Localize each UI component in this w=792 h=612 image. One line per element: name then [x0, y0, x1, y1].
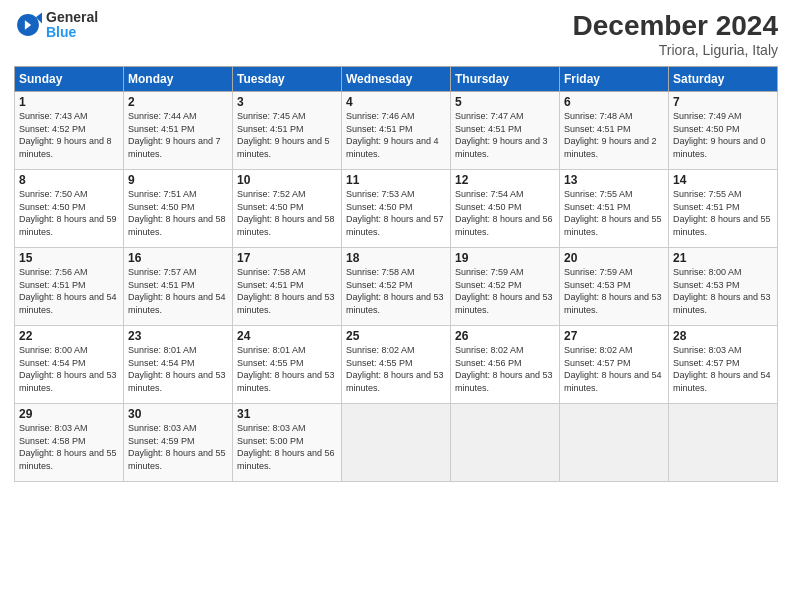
day-detail: Sunrise: 7:46 AMSunset: 4:51 PMDaylight:…: [346, 111, 439, 159]
table-cell: 22Sunrise: 8:00 AMSunset: 4:54 PMDayligh…: [15, 326, 124, 404]
day-number: 23: [128, 329, 228, 343]
col-saturday: Saturday: [669, 67, 778, 92]
table-cell: 12Sunrise: 7:54 AMSunset: 4:50 PMDayligh…: [451, 170, 560, 248]
day-number: 12: [455, 173, 555, 187]
day-detail: Sunrise: 7:50 AMSunset: 4:50 PMDaylight:…: [19, 189, 117, 237]
col-thursday: Thursday: [451, 67, 560, 92]
table-cell: 10Sunrise: 7:52 AMSunset: 4:50 PMDayligh…: [233, 170, 342, 248]
day-detail: Sunrise: 7:52 AMSunset: 4:50 PMDaylight:…: [237, 189, 335, 237]
table-cell: [342, 404, 451, 482]
day-detail: Sunrise: 8:01 AMSunset: 4:55 PMDaylight:…: [237, 345, 335, 393]
location: Triora, Liguria, Italy: [573, 42, 778, 58]
table-cell: 16Sunrise: 7:57 AMSunset: 4:51 PMDayligh…: [124, 248, 233, 326]
day-number: 11: [346, 173, 446, 187]
month-title: December 2024: [573, 10, 778, 42]
table-cell: 2Sunrise: 7:44 AMSunset: 4:51 PMDaylight…: [124, 92, 233, 170]
table-cell: 29Sunrise: 8:03 AMSunset: 4:58 PMDayligh…: [15, 404, 124, 482]
day-detail: Sunrise: 7:48 AMSunset: 4:51 PMDaylight:…: [564, 111, 657, 159]
day-number: 20: [564, 251, 664, 265]
day-detail: Sunrise: 8:03 AMSunset: 4:57 PMDaylight:…: [673, 345, 771, 393]
table-cell: 20Sunrise: 7:59 AMSunset: 4:53 PMDayligh…: [560, 248, 669, 326]
table-cell: 15Sunrise: 7:56 AMSunset: 4:51 PMDayligh…: [15, 248, 124, 326]
day-number: 4: [346, 95, 446, 109]
day-detail: Sunrise: 7:59 AMSunset: 4:53 PMDaylight:…: [564, 267, 662, 315]
day-number: 2: [128, 95, 228, 109]
calendar-table: Sunday Monday Tuesday Wednesday Thursday…: [14, 66, 778, 482]
table-cell: [669, 404, 778, 482]
header-row: Sunday Monday Tuesday Wednesday Thursday…: [15, 67, 778, 92]
day-number: 24: [237, 329, 337, 343]
table-cell: 28Sunrise: 8:03 AMSunset: 4:57 PMDayligh…: [669, 326, 778, 404]
col-monday: Monday: [124, 67, 233, 92]
table-cell: 18Sunrise: 7:58 AMSunset: 4:52 PMDayligh…: [342, 248, 451, 326]
table-cell: 9Sunrise: 7:51 AMSunset: 4:50 PMDaylight…: [124, 170, 233, 248]
page-container: General Blue December 2024 Triora, Ligur…: [0, 0, 792, 492]
day-detail: Sunrise: 7:53 AMSunset: 4:50 PMDaylight:…: [346, 189, 444, 237]
day-detail: Sunrise: 8:01 AMSunset: 4:54 PMDaylight:…: [128, 345, 226, 393]
calendar-row: 22Sunrise: 8:00 AMSunset: 4:54 PMDayligh…: [15, 326, 778, 404]
day-detail: Sunrise: 7:59 AMSunset: 4:52 PMDaylight:…: [455, 267, 553, 315]
day-number: 14: [673, 173, 773, 187]
calendar-row: 8Sunrise: 7:50 AMSunset: 4:50 PMDaylight…: [15, 170, 778, 248]
table-cell: 27Sunrise: 8:02 AMSunset: 4:57 PMDayligh…: [560, 326, 669, 404]
table-cell: 7Sunrise: 7:49 AMSunset: 4:50 PMDaylight…: [669, 92, 778, 170]
day-detail: Sunrise: 8:02 AMSunset: 4:55 PMDaylight:…: [346, 345, 444, 393]
day-detail: Sunrise: 8:02 AMSunset: 4:57 PMDaylight:…: [564, 345, 662, 393]
day-detail: Sunrise: 8:02 AMSunset: 4:56 PMDaylight:…: [455, 345, 553, 393]
calendar-row: 1Sunrise: 7:43 AMSunset: 4:52 PMDaylight…: [15, 92, 778, 170]
table-cell: 4Sunrise: 7:46 AMSunset: 4:51 PMDaylight…: [342, 92, 451, 170]
col-tuesday: Tuesday: [233, 67, 342, 92]
day-number: 3: [237, 95, 337, 109]
day-number: 19: [455, 251, 555, 265]
page-header: General Blue December 2024 Triora, Ligur…: [14, 10, 778, 58]
day-detail: Sunrise: 8:03 AMSunset: 4:59 PMDaylight:…: [128, 423, 226, 471]
title-block: December 2024 Triora, Liguria, Italy: [573, 10, 778, 58]
table-cell: 1Sunrise: 7:43 AMSunset: 4:52 PMDaylight…: [15, 92, 124, 170]
day-number: 18: [346, 251, 446, 265]
table-cell: 31Sunrise: 8:03 AMSunset: 5:00 PMDayligh…: [233, 404, 342, 482]
day-number: 9: [128, 173, 228, 187]
col-sunday: Sunday: [15, 67, 124, 92]
day-number: 7: [673, 95, 773, 109]
day-number: 15: [19, 251, 119, 265]
table-cell: 26Sunrise: 8:02 AMSunset: 4:56 PMDayligh…: [451, 326, 560, 404]
day-detail: Sunrise: 7:58 AMSunset: 4:51 PMDaylight:…: [237, 267, 335, 315]
day-number: 30: [128, 407, 228, 421]
day-detail: Sunrise: 7:51 AMSunset: 4:50 PMDaylight:…: [128, 189, 226, 237]
table-cell: 23Sunrise: 8:01 AMSunset: 4:54 PMDayligh…: [124, 326, 233, 404]
day-detail: Sunrise: 8:00 AMSunset: 4:54 PMDaylight:…: [19, 345, 117, 393]
day-number: 27: [564, 329, 664, 343]
col-friday: Friday: [560, 67, 669, 92]
table-cell: 5Sunrise: 7:47 AMSunset: 4:51 PMDaylight…: [451, 92, 560, 170]
day-detail: Sunrise: 8:03 AMSunset: 5:00 PMDaylight:…: [237, 423, 335, 471]
day-detail: Sunrise: 7:54 AMSunset: 4:50 PMDaylight:…: [455, 189, 553, 237]
table-cell: 14Sunrise: 7:55 AMSunset: 4:51 PMDayligh…: [669, 170, 778, 248]
day-number: 25: [346, 329, 446, 343]
day-number: 5: [455, 95, 555, 109]
day-number: 13: [564, 173, 664, 187]
day-detail: Sunrise: 7:45 AMSunset: 4:51 PMDaylight:…: [237, 111, 330, 159]
day-number: 26: [455, 329, 555, 343]
table-cell: 17Sunrise: 7:58 AMSunset: 4:51 PMDayligh…: [233, 248, 342, 326]
table-cell: 19Sunrise: 7:59 AMSunset: 4:52 PMDayligh…: [451, 248, 560, 326]
day-number: 31: [237, 407, 337, 421]
table-cell: 25Sunrise: 8:02 AMSunset: 4:55 PMDayligh…: [342, 326, 451, 404]
day-number: 29: [19, 407, 119, 421]
table-cell: [560, 404, 669, 482]
logo-icon: [14, 11, 42, 39]
day-number: 16: [128, 251, 228, 265]
calendar-row: 15Sunrise: 7:56 AMSunset: 4:51 PMDayligh…: [15, 248, 778, 326]
day-number: 6: [564, 95, 664, 109]
day-number: 17: [237, 251, 337, 265]
day-number: 8: [19, 173, 119, 187]
day-number: 10: [237, 173, 337, 187]
day-detail: Sunrise: 7:56 AMSunset: 4:51 PMDaylight:…: [19, 267, 117, 315]
table-cell: 21Sunrise: 8:00 AMSunset: 4:53 PMDayligh…: [669, 248, 778, 326]
day-detail: Sunrise: 7:57 AMSunset: 4:51 PMDaylight:…: [128, 267, 226, 315]
day-detail: Sunrise: 7:44 AMSunset: 4:51 PMDaylight:…: [128, 111, 221, 159]
table-cell: 6Sunrise: 7:48 AMSunset: 4:51 PMDaylight…: [560, 92, 669, 170]
logo-text: General Blue: [46, 10, 98, 41]
table-cell: 3Sunrise: 7:45 AMSunset: 4:51 PMDaylight…: [233, 92, 342, 170]
table-cell: [451, 404, 560, 482]
day-detail: Sunrise: 7:58 AMSunset: 4:52 PMDaylight:…: [346, 267, 444, 315]
